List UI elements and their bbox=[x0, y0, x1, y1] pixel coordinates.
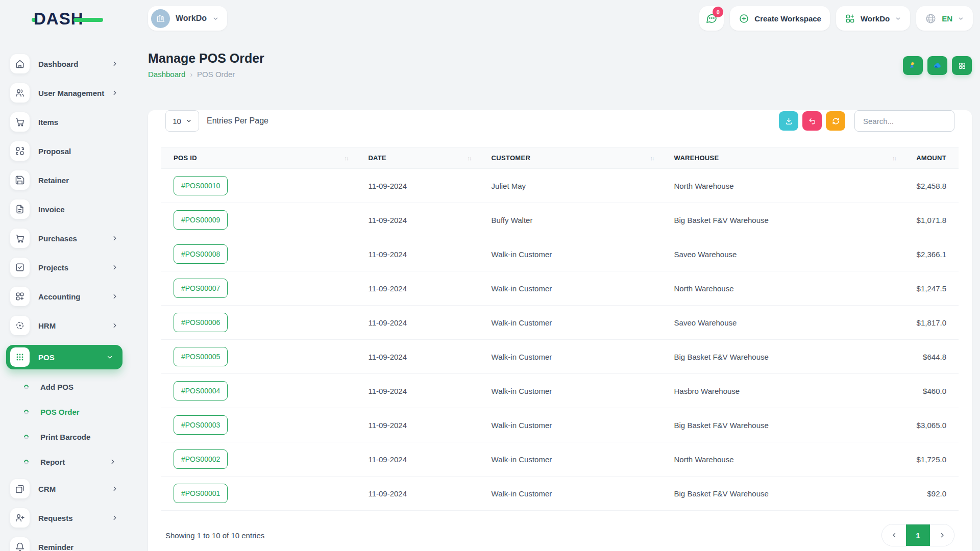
sidebar-item-accounting[interactable]: Accounting bbox=[10, 287, 132, 306]
refresh-button[interactable] bbox=[826, 111, 845, 131]
onedrive-button[interactable] bbox=[927, 56, 947, 75]
amount-cell: $1,247.5 bbox=[904, 271, 959, 306]
date-cell: 11-09-2024 bbox=[356, 340, 479, 374]
sidebar-item-purchases[interactable]: Purchases bbox=[10, 229, 132, 248]
chevron-down-icon bbox=[186, 118, 192, 124]
sort-icon[interactable]: ↑↓ bbox=[344, 155, 348, 161]
app-logo[interactable]: DASH bbox=[34, 9, 110, 31]
google-drive-button[interactable] bbox=[903, 56, 923, 75]
plus-circle-icon bbox=[739, 13, 749, 24]
date-cell: 11-09-2024 bbox=[356, 477, 479, 511]
sidebar-subitem-add-pos[interactable]: Add POS bbox=[10, 379, 132, 394]
column-header-date[interactable]: DATE↑↓ bbox=[356, 147, 479, 169]
amount-cell: $1,071.8 bbox=[904, 203, 959, 237]
previous-page-button[interactable] bbox=[882, 524, 906, 546]
chevron-right-icon bbox=[111, 322, 118, 329]
workspace-name: WorkDo bbox=[176, 14, 207, 23]
workdo-menu-button[interactable]: WorkDo bbox=[836, 6, 910, 31]
sidebar-item-crm[interactable]: CRM bbox=[10, 479, 132, 498]
bullet-icon bbox=[23, 434, 30, 440]
messages-button[interactable]: 0 bbox=[699, 6, 724, 31]
grid-view-button[interactable] bbox=[952, 56, 972, 75]
sidebar-item-invoice[interactable]: Invoice bbox=[10, 199, 132, 219]
chevron-right-icon bbox=[111, 60, 118, 67]
table-row: #POS0000111-09-2024Walk-in CustomerBig B… bbox=[161, 477, 959, 511]
grid-dots-icon bbox=[10, 347, 30, 367]
pagination: 1 bbox=[881, 524, 954, 546]
sidebar-subitem-report[interactable]: Report bbox=[10, 454, 132, 469]
chevron-right-icon bbox=[111, 89, 118, 96]
warehouse-cell: Big Basket F&V Warehouse bbox=[662, 477, 904, 511]
language-selector[interactable]: EN bbox=[916, 6, 973, 31]
customer-cell: Walk-in Customer bbox=[479, 271, 662, 306]
sort-icon[interactable]: ↑↓ bbox=[468, 155, 471, 161]
table-row: #POS0000411-09-2024Walk-in CustomerHasbr… bbox=[161, 374, 959, 408]
proposal-icon bbox=[10, 141, 30, 161]
pos-id-badge[interactable]: #POS00005 bbox=[174, 347, 228, 366]
export-download-button[interactable] bbox=[779, 111, 798, 131]
date-cell: 11-09-2024 bbox=[356, 237, 479, 271]
pos-id-badge[interactable]: #POS00002 bbox=[174, 449, 228, 469]
sidebar-item-hrm[interactable]: HRM bbox=[10, 316, 132, 335]
pos-id-badge[interactable]: #POS00007 bbox=[174, 279, 228, 298]
sidebar-item-items[interactable]: Items bbox=[10, 112, 132, 132]
check-square-icon bbox=[10, 258, 30, 277]
next-page-button[interactable] bbox=[930, 524, 954, 546]
undo-button[interactable] bbox=[802, 111, 822, 131]
chevron-down-icon bbox=[958, 15, 964, 22]
table-toolbar: 10 Entries Per Page bbox=[165, 110, 954, 132]
cart-icon bbox=[10, 229, 30, 248]
pos-id-badge[interactable]: #POS00003 bbox=[174, 415, 228, 435]
sort-icon[interactable]: ↑↓ bbox=[892, 155, 896, 161]
bullet-icon bbox=[23, 384, 30, 390]
workspace-switcher[interactable]: WorkDo bbox=[148, 6, 227, 31]
breadcrumb-dashboard-link[interactable]: Dashboard bbox=[148, 70, 185, 79]
pos-id-badge[interactable]: #POS00004 bbox=[174, 381, 228, 400]
date-cell: 11-09-2024 bbox=[356, 306, 479, 340]
refresh-icon bbox=[831, 117, 840, 126]
search-input[interactable] bbox=[854, 110, 954, 132]
sidebar-subitem-print-barcode[interactable]: Print Barcode bbox=[10, 429, 132, 444]
sidebar-item-dashboard[interactable]: Dashboard bbox=[10, 54, 132, 73]
sidebar-item-retainer[interactable]: Retainer bbox=[10, 170, 132, 190]
chevron-right-icon bbox=[111, 293, 118, 300]
pos-id-badge[interactable]: #POS00009 bbox=[174, 210, 228, 230]
warehouse-cell: Big Basket F&V Warehouse bbox=[662, 203, 904, 237]
pos-id-badge[interactable]: #POS00006 bbox=[174, 313, 228, 332]
sidebar-item-pos[interactable]: POS bbox=[6, 345, 122, 369]
column-header-customer[interactable]: CUSTOMER↑↓ bbox=[479, 147, 662, 169]
amount-cell: $3,065.0 bbox=[904, 408, 959, 442]
chevron-left-icon bbox=[891, 532, 898, 539]
sidebar-item-user-management[interactable]: User Management bbox=[10, 83, 132, 103]
entries-per-page-select[interactable]: 10 bbox=[165, 110, 199, 132]
sort-icon[interactable]: ↑↓ bbox=[650, 155, 654, 161]
customer-cell: Walk-in Customer bbox=[479, 408, 662, 442]
table-row: #POS0000711-09-2024Walk-in CustomerNorth… bbox=[161, 271, 959, 306]
pos-id-badge[interactable]: #POS00010 bbox=[174, 176, 228, 195]
crm-icon bbox=[10, 479, 30, 498]
date-cell: 11-09-2024 bbox=[356, 408, 479, 442]
sidebar-subitem-pos-order[interactable]: POS Order bbox=[10, 404, 132, 419]
column-header-warehouse[interactable]: WAREHOUSE↑↓ bbox=[662, 147, 904, 169]
globe-icon bbox=[925, 13, 937, 24]
sidebar-item-requests[interactable]: Requests bbox=[10, 508, 132, 528]
customer-cell: Walk-in Customer bbox=[479, 237, 662, 271]
current-page-button[interactable]: 1 bbox=[906, 524, 930, 546]
create-workspace-button[interactable]: Create Workspace bbox=[730, 6, 830, 31]
column-header-pos-id[interactable]: POS ID↑↓ bbox=[161, 147, 356, 169]
warehouse-cell: Hasbro Warehouse bbox=[662, 374, 904, 408]
sidebar-item-projects[interactable]: Projects bbox=[10, 258, 132, 277]
sidebar-item-proposal[interactable]: Proposal bbox=[10, 141, 132, 161]
column-header-amount[interactable]: AMOUNT bbox=[904, 147, 959, 169]
pos-table-body: #POS0001011-09-2024Juliet MayNorth Wareh… bbox=[161, 169, 959, 511]
warehouse-cell: Saveo Warehouse bbox=[662, 306, 904, 340]
amount-cell: $1,817.0 bbox=[904, 306, 959, 340]
pos-id-badge[interactable]: #POS00001 bbox=[174, 484, 228, 503]
pos-id-badge[interactable]: #POS00008 bbox=[174, 244, 228, 264]
date-cell: 11-09-2024 bbox=[356, 203, 479, 237]
customer-cell: Juliet May bbox=[479, 169, 662, 203]
chevron-right-icon bbox=[939, 532, 946, 539]
amount-cell: $92.0 bbox=[904, 477, 959, 511]
sidebar-item-reminder[interactable]: Reminder bbox=[10, 537, 132, 551]
breadcrumb-current: POS Order bbox=[197, 70, 235, 79]
